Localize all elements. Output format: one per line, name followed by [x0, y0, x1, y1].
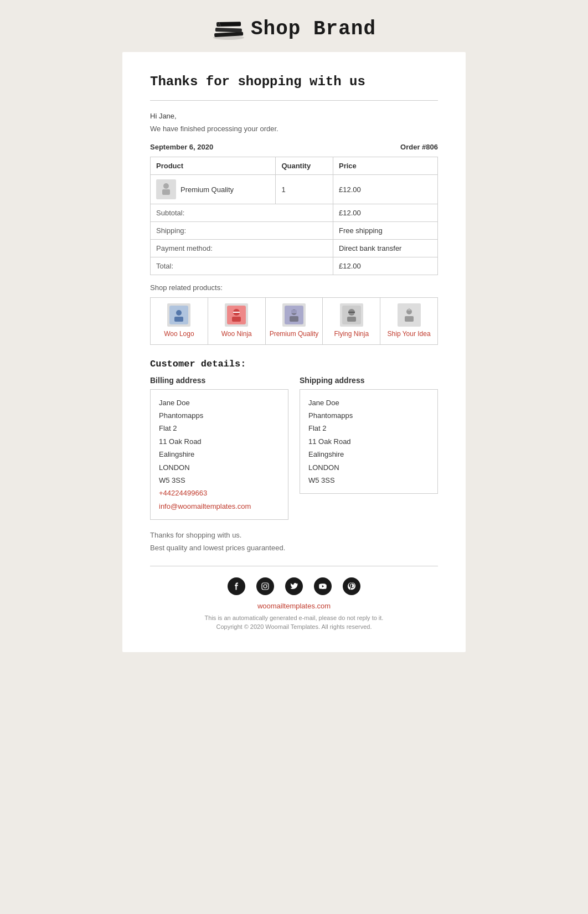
header-divider: [150, 100, 438, 101]
svg-point-28: [264, 585, 267, 588]
product-price: £12.00: [333, 175, 438, 204]
facebook-icon[interactable]: [228, 577, 245, 595]
billing-street2: Flat 2: [159, 422, 280, 435]
youtube-icon[interactable]: [314, 577, 332, 595]
billing-street: 11 Oak Road: [159, 435, 280, 448]
table-row: Premium Quality 1 £12.00: [151, 175, 438, 204]
subtotal-value: £12.00: [333, 204, 438, 222]
total-label: Total:: [151, 257, 333, 275]
order-info-row: September 6, 2020 Order #806: [150, 143, 438, 151]
svg-rect-2: [215, 28, 242, 33]
billing-section: Billing address Jane Doe Phantomapps Fla…: [150, 376, 288, 520]
copyright-text: Copyright © 2020 Woomail Templates. All …: [150, 623, 438, 630]
shipping-label: Shipping:: [151, 222, 333, 240]
svg-rect-7: [162, 189, 170, 195]
shipping-company: Phantomapps: [308, 409, 429, 422]
shipping-heading: Shipping address: [300, 376, 438, 385]
billing-name: Jane Doe: [159, 396, 280, 409]
product-quantity: 1: [276, 175, 333, 204]
product-cell: Premium Quality: [156, 179, 270, 199]
related-products-label: Shop related products:: [150, 283, 438, 292]
footer-divider: [150, 566, 438, 566]
subtotal-label: Subtotal:: [151, 204, 333, 222]
related-product-image-3: [340, 303, 363, 327]
related-product-name-3: Flying Ninja: [326, 330, 376, 339]
billing-heading: Billing address: [150, 376, 288, 385]
svg-rect-10: [174, 317, 183, 322]
shipping-city: LONDON: [308, 461, 429, 474]
product-name: Premium Quality: [180, 185, 234, 194]
shipping-county: Ealingshire: [308, 448, 429, 461]
related-product-name-4: Ship Your Idea: [384, 330, 434, 339]
related-product-image-4: [398, 303, 421, 327]
shipping-value: Free shipping: [333, 222, 438, 240]
shipping-postcode: W5 3SS: [308, 474, 429, 487]
auto-message: This is an automatically generated e-mai…: [150, 615, 438, 621]
total-row: Total: £12.00: [151, 257, 438, 275]
col-price: Price: [333, 157, 438, 175]
payment-row: Payment method: Direct bank transfer: [151, 240, 438, 257]
svg-point-9: [176, 310, 182, 316]
shipping-address-box: Jane Doe Phantomapps Flat 2 11 Oak Road …: [300, 389, 438, 494]
list-item: Woo Logo: [151, 298, 208, 345]
billing-email[interactable]: info@woomailtemplates.com: [159, 502, 251, 510]
logo-icon: [212, 17, 245, 41]
shipping-street: 11 Oak Road: [308, 435, 429, 448]
related-product-image-0: [167, 303, 190, 327]
billing-phone[interactable]: +44224499663: [159, 489, 207, 497]
related-product-name-0: Woo Logo: [154, 330, 204, 339]
footer-tagline: Best quality and lowest prices guarantee…: [150, 544, 438, 552]
svg-point-6: [163, 183, 169, 189]
svg-rect-13: [232, 317, 241, 322]
billing-county: Ealingshire: [159, 448, 280, 461]
related-product-name-1: Woo Ninja: [212, 330, 262, 339]
pinterest-icon[interactable]: [343, 577, 360, 595]
product-image: [156, 179, 176, 199]
footer-thanks: Thanks for shopping with us.: [150, 531, 438, 539]
page-header: Shop Brand: [212, 17, 376, 41]
shipping-street2: Flat 2: [308, 422, 429, 435]
main-title: Thanks for shopping with us: [150, 74, 438, 89]
svg-point-29: [267, 584, 267, 585]
col-quantity: Quantity: [276, 157, 333, 175]
shipping-section: Shipping address Jane Doe Phantomapps Fl…: [300, 376, 438, 520]
related-product-image-1: [225, 303, 248, 327]
order-table: Product Quantity Price: [150, 157, 438, 275]
svg-rect-25: [405, 316, 414, 322]
subtotal-row: Subtotal: £12.00: [151, 204, 438, 222]
billing-city: LONDON: [159, 461, 280, 474]
shipping-row: Shipping: Free shipping: [151, 222, 438, 240]
instagram-icon[interactable]: [256, 577, 274, 595]
list-item: Flying Ninja: [323, 298, 380, 345]
social-icons: [150, 577, 438, 595]
address-row: Billing address Jane Doe Phantomapps Fla…: [150, 376, 438, 520]
list-item: Ship Your Idea: [380, 298, 438, 345]
customer-details-title: Customer details:: [150, 359, 438, 369]
related-products-table: Woo Logo Woo Ninja: [150, 297, 438, 345]
list-item: Premium Quality: [265, 298, 323, 345]
billing-address-box: Jane Doe Phantomapps Flat 2 11 Oak Road …: [150, 389, 288, 520]
brand-name: Shop Brand: [251, 18, 376, 40]
payment-label: Payment method:: [151, 240, 333, 257]
svg-rect-18: [291, 310, 297, 313]
related-product-name-2: Premium Quality: [269, 330, 319, 339]
website-link-container: woomailtemplates.com: [150, 602, 438, 610]
payment-value: Direct bank transfer: [333, 240, 438, 257]
svg-rect-17: [290, 316, 298, 322]
billing-company: Phantomapps: [159, 409, 280, 422]
order-date: September 6, 2020: [150, 143, 213, 151]
svg-rect-21: [347, 317, 356, 322]
twitter-icon[interactable]: [285, 577, 303, 595]
related-product-image-2: [282, 303, 306, 327]
svg-rect-27: [262, 583, 269, 590]
col-product: Product: [151, 157, 276, 175]
list-item: Woo Ninja: [208, 298, 265, 345]
email-container: Thanks for shopping with us Hi Jane, We …: [122, 52, 466, 652]
greeting-text: Hi Jane,: [150, 112, 438, 120]
body-text: We have finished processing your order.: [150, 125, 438, 133]
total-value: £12.00: [333, 257, 438, 275]
order-number: Order #806: [400, 143, 438, 151]
billing-postcode: W5 3SS: [159, 474, 280, 487]
website-link[interactable]: woomailtemplates.com: [257, 602, 331, 610]
shipping-name: Jane Doe: [308, 396, 429, 409]
